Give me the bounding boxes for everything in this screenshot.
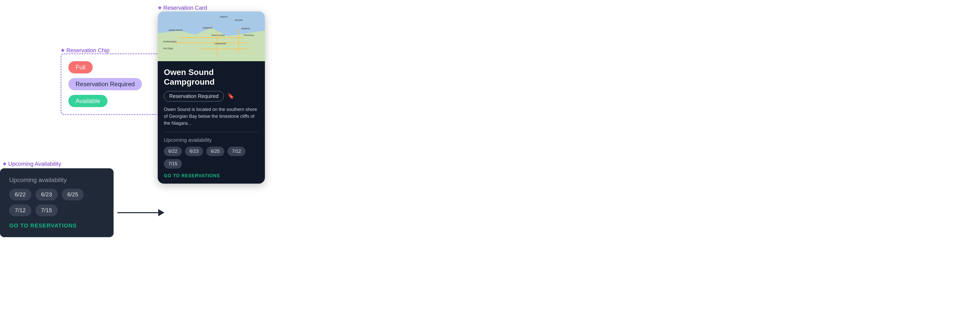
map-label-kemble: Kemble [235,19,243,21]
date-chip-4[interactable]: 7/15 [35,204,58,216]
go-reservations-button[interactable]: GO TO RESERVATIONS [9,222,77,229]
card-chips-row: Reservation Required 🔖 [164,91,259,101]
upcoming-section-label: Upcoming Availability [3,161,61,167]
date-chip-1[interactable]: 6/23 [35,189,58,200]
campground-name: Owen Sound Campground [164,67,259,87]
map-label-wiarton: Wiarton [220,16,228,18]
chip-section-label: Reservation Chip [61,47,110,54]
upcoming-to-card-arrow [118,209,165,216]
card-reservation-chip: Reservation Required [164,91,224,101]
card-upcoming-title: Upcoming availability [164,137,259,143]
card-go-reservations-button[interactable]: GO TO RESERVATIONS [164,173,220,179]
card-divider [164,132,259,132]
card-body: Owen Sound Campground Reservation Requir… [158,61,265,184]
map-road [179,37,243,38]
card-date-chip-3[interactable]: 7/12 [228,147,245,156]
card-date-chip-2[interactable]: 6/25 [206,147,224,156]
reservation-card: Wiarton Kemble Sauble Beach Hepworth Mea… [158,11,265,184]
map-label-owen-sound: Owen Sound [211,34,224,36]
arrow-line-2 [118,212,158,213]
map-road-h2 [200,49,249,49]
chip-available: Available [68,95,107,107]
card-description: Owen Sound is located on the southern sh… [164,106,259,127]
map-label-sauble: Sauble Beach [169,29,183,32]
chip-reservation: Reservation Required [68,78,142,90]
chip-container: Full Reservation Required Available [61,54,168,115]
bookmark-icon[interactable]: 🔖 [228,93,234,100]
card-date-chip-4[interactable]: 7/15 [164,159,182,169]
upcoming-card-title: Upcoming availability [9,176,104,184]
map-label-hepworth: Hepworth [203,27,213,29]
chip-full: Full [68,61,93,73]
date-chip-0[interactable]: 6/22 [9,189,32,200]
map-label-southampton: Southampton [163,40,177,43]
map-road-v2 [238,29,239,54]
map-label-thornbury: Thornbury [243,34,254,36]
map-label-port-elgin: Port Elgin [163,47,173,50]
card-date-chip-1[interactable]: 6/23 [185,147,203,156]
map-label-meaford: Meaford [242,27,250,30]
upcoming-availability-card: Upcoming availability 6/22 6/23 6/25 7/1… [0,168,114,237]
card-date-chip-0[interactable]: 6/22 [164,147,182,156]
date-chips-row: 6/22 6/23 6/25 7/12 7/15 [9,189,104,216]
map-road [174,42,249,43]
reservation-card-label: Reservation Card [158,5,207,11]
card-date-chips-row: 6/22 6/23 6/25 7/12 7/15 [164,147,259,169]
date-chip-2[interactable]: 6/25 [62,189,84,200]
map-area: Wiarton Kemble Sauble Beach Hepworth Mea… [158,11,265,61]
date-chip-3[interactable]: 7/12 [9,204,32,216]
arrow-head-2 [158,209,164,216]
map-label-chatsworth: Chatsworth [215,42,226,45]
map-background: Wiarton Kemble Sauble Beach Hepworth Mea… [158,11,265,61]
